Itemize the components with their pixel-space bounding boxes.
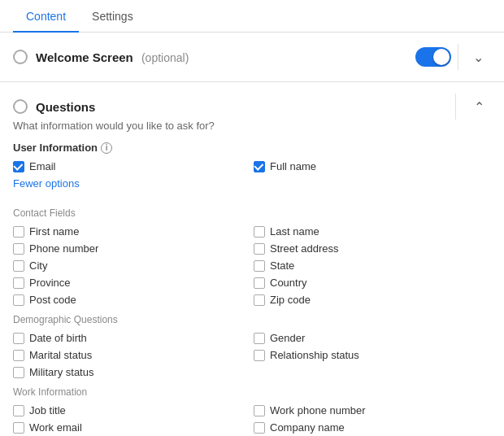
workemail-label: Work email [29, 421, 82, 434]
questions-collapse-button[interactable]: ⌃ [467, 96, 491, 118]
user-info-label: User Information [13, 142, 98, 154]
relationship-label: Relationship status [270, 349, 359, 361]
fullname-col: Full name [254, 160, 491, 172]
questions-divider [455, 94, 456, 120]
state-label: State [270, 259, 294, 272]
streetaddress-checkbox[interactable] [254, 243, 265, 255]
province-checkbox[interactable] [13, 277, 24, 289]
user-info-row: Email Full name [13, 160, 491, 172]
email-label: Email [29, 160, 56, 172]
contact-row-2: City State [13, 259, 491, 272]
questions-body: What information would you like to ask f… [0, 120, 504, 436]
jobtitle-label: Job title [29, 404, 66, 416]
welcome-screen-radio[interactable] [13, 50, 28, 64]
demo-row-1: Marital status Relationship status [13, 349, 491, 361]
marital-checkbox[interactable] [13, 350, 24, 361]
contact-row-1: Phone number Street address [13, 242, 491, 255]
postcode-label: Post code [29, 294, 76, 306]
email-checkbox[interactable] [13, 161, 24, 172]
marital-label: Marital status [29, 349, 92, 361]
vertical-divider [458, 44, 458, 70]
zipcode-label: Zip code [270, 294, 311, 306]
fullname-checkbox[interactable] [254, 161, 265, 172]
questions-title: Questions [36, 100, 237, 114]
jobtitle-checkbox[interactable] [13, 405, 24, 416]
fewer-options-link[interactable]: Fewer options [13, 177, 80, 190]
demo-row-0: Date of birth Gender [13, 332, 491, 344]
user-info-icon[interactable]: i [101, 142, 112, 154]
questions-radio[interactable] [13, 99, 28, 114]
phone-label: Phone number [29, 242, 98, 255]
workphone-checkbox[interactable] [254, 405, 265, 416]
country-label: Country [270, 277, 307, 289]
contact-row-3: Province Country [13, 277, 491, 289]
postcode-checkbox[interactable] [13, 294, 24, 306]
contact-row-4: Post code Zip code [13, 294, 491, 306]
welcome-screen-label: Welcome Screen [36, 50, 133, 64]
firstname-label: First name [29, 225, 79, 238]
questions-section-header: Questions ⌃ [0, 82, 504, 120]
welcome-screen-header: Welcome Screen (optional) ⌄ [0, 33, 504, 81]
toggle-knob [433, 49, 450, 65]
user-info-group-title: User Information i [13, 142, 491, 154]
military-checkbox[interactable] [13, 367, 24, 378]
fullname-label: Full name [270, 160, 316, 172]
work-row-0: Job title Work phone number [13, 404, 491, 416]
contact-row-0: First name Last name [13, 225, 491, 238]
questions-section: Questions ⌃ What information would you l… [0, 82, 504, 436]
streetaddress-label: Street address [270, 242, 339, 255]
military-label: Military status [29, 366, 93, 378]
welcome-screen-toggle[interactable] [415, 47, 451, 67]
lastname-label: Last name [270, 225, 319, 238]
companyname-label: Company name [270, 421, 345, 434]
welcome-screen-section: Welcome Screen (optional) ⌄ [0, 33, 504, 82]
demographic-title: Demographic Questions [13, 314, 491, 325]
city-label: City [29, 259, 47, 272]
welcome-screen-title: Welcome Screen (optional) [36, 50, 407, 64]
tab-content[interactable]: Content [13, 0, 79, 33]
lastname-checkbox[interactable] [254, 226, 265, 238]
phone-checkbox[interactable] [13, 243, 24, 255]
firstname-checkbox[interactable] [13, 226, 24, 238]
questions-subtitle: What information would you like to ask f… [13, 120, 491, 132]
workphone-label: Work phone number [270, 404, 366, 416]
state-checkbox[interactable] [254, 260, 265, 272]
dob-label: Date of birth [29, 332, 87, 344]
email-col: Email [13, 160, 250, 172]
province-label: Province [29, 277, 71, 289]
dob-checkbox[interactable] [13, 333, 24, 344]
contact-fields-title: Contact Fields [13, 207, 491, 219]
tab-settings[interactable]: Settings [79, 0, 146, 33]
work-info-title: Work Information [13, 386, 491, 398]
country-checkbox[interactable] [254, 277, 265, 289]
workemail-checkbox[interactable] [13, 422, 24, 434]
gender-checkbox[interactable] [254, 333, 265, 344]
zipcode-checkbox[interactable] [254, 294, 265, 306]
work-row-1: Work email Company name [13, 421, 491, 434]
city-checkbox[interactable] [13, 260, 24, 272]
companyname-checkbox[interactable] [254, 422, 265, 434]
welcome-screen-optional: (optional) [141, 51, 189, 64]
welcome-screen-chevron-down[interactable]: ⌄ [465, 44, 491, 70]
relationship-checkbox[interactable] [254, 350, 265, 361]
gender-label: Gender [270, 332, 305, 344]
tab-bar: Content Settings [0, 0, 504, 33]
demo-row-2: Military status [13, 366, 491, 378]
welcome-screen-controls: ⌄ [415, 44, 491, 70]
